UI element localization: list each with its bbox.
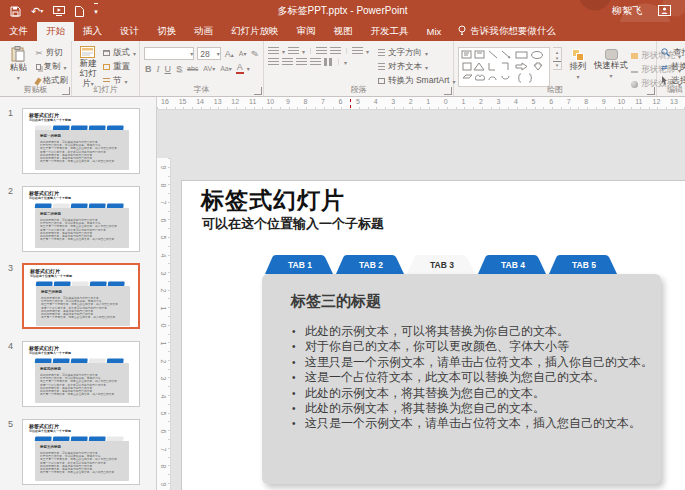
slide-thumbnail-1[interactable]: 标签式幻灯片 可以在这个位置输入一个子标题 标签一的标题 此处的示例文本，可以将… [22,108,140,174]
font-name-combobox[interactable]: ▾ [144,47,194,60]
font-color-button[interactable]: A [236,63,244,74]
paste-caret: ▾ [17,74,20,81]
ruler-number: 8 [299,98,311,105]
tab-content-bullet-list[interactable]: 此处的示例文本，可以将其替换为你自己的文本。 对于你自己的文本，你可以更改颜色、… [292,324,647,432]
slide-tab-3-active[interactable]: TAB 3 [407,255,475,274]
strikethrough-button[interactable]: abc [186,65,199,72]
change-case-button[interactable]: Aa▾ [219,65,233,72]
bullet-item[interactable]: 此处的示例文本，将其替换为您自己的文本。 [292,386,647,401]
layout-button[interactable]: 版式▾ [103,47,136,59]
bullet-item[interactable]: 对于你自己的文本，你可以更改颜色、字体大小等 [292,339,647,354]
tab-developer[interactable]: 开发工具 [362,22,418,41]
slide-thumbnail-3-selected[interactable]: 标签式幻灯片 可以在这个位置输入一个子标题 标签三的标题 此处的示例文本，可以将… [22,263,140,329]
main-area: 1 标签式幻灯片 可以在这个位置输入一个子标题 标签一的标题 此处的示例文本，可… [0,97,685,490]
ruler-number: 7 [160,444,167,454]
cut-button[interactable]: ✂剪切 [36,47,69,59]
decrease-indent-icon[interactable] [316,47,327,55]
bold-button[interactable]: B [144,64,153,74]
slide-tab-1[interactable]: TAB 1 [265,255,333,274]
slide-tab-2[interactable]: TAB 2 [336,255,404,274]
bullet-item[interactable]: 这里只是一个示例文本，请单击占位符文本，插入你自己的文本。 [292,355,647,370]
user-name[interactable]: 柳絮飞 [612,4,642,18]
ruler-number: 2 [160,286,167,296]
tab-content-heading[interactable]: 标签三的标题 [291,292,381,311]
align-right-icon[interactable] [296,58,307,66]
slide-tab-4[interactable]: TAB 4 [478,255,546,274]
vertical-ruler[interactable]: 9876543210123456789 [157,158,171,490]
paragraph-dialog-launcher-icon[interactable] [444,87,452,95]
ruler-number: 9 [598,98,610,105]
tab-home[interactable]: 开始 [37,22,74,41]
bullet-item[interactable]: 此处的示例文本，将其替换为您自己的文本。 [292,401,647,416]
clipboard-icon [11,46,25,62]
align-center-icon[interactable] [282,58,293,66]
slide-title[interactable]: 标签式幻灯片 [201,185,345,216]
new-file-icon[interactable] [75,3,84,19]
slide-thumbnail-2[interactable]: 标签式幻灯片 可以在这个位置输入一个子标题 标签二的标题 此处的示例文本，可以将… [22,186,140,252]
new-slide-button[interactable]: 新建幻灯片▾ [76,44,100,85]
tab-file[interactable]: 文件 [0,22,37,41]
tab-transitions[interactable]: 切换 [148,22,185,41]
shapes-gallery-scroll[interactable]: ▴▾▾ [553,47,562,70]
paste-button[interactable]: 粘贴 ▾ [4,44,33,85]
qat-customize-icon[interactable]: ▾ [94,3,98,19]
numbering-button[interactable]: ▾ [288,47,305,55]
slide-number: 2 [8,186,20,196]
ruler-number: 3 [160,268,167,278]
increase-indent-icon[interactable] [330,47,341,55]
find-button[interactable]: 查找 [661,47,685,59]
font-size-input[interactable] [198,48,216,59]
tab-insert[interactable]: 插入 [74,22,111,41]
arrange-icon [572,49,585,61]
grow-font-button[interactable]: A▴ [224,49,235,59]
drawing-dialog-launcher-icon[interactable] [647,87,655,95]
horizontal-ruler[interactable]: 1615141312111098765432101234567891011121… [157,97,685,110]
quick-styles-button[interactable]: 快速样式 ▾ [594,47,628,79]
clear-formatting-icon[interactable]: ✎ [249,47,261,59]
tab-slideshow[interactable]: 幻灯片放映 [222,22,288,41]
tab-design[interactable]: 设计 [111,22,148,41]
tab-mix[interactable]: Mix [418,22,451,41]
slide-canvas[interactable]: 标签式幻灯片 可以在这个位置输入一个子标题 TAB 1 TAB 2 TAB 3 [181,180,685,490]
slide-subtitle[interactable]: 可以在这个位置输入一个子标题 [202,215,384,233]
tab-view[interactable]: 视图 [325,22,362,41]
share-icon[interactable] [658,5,671,18]
copy-button[interactable]: 复制▾ [36,61,69,73]
slide-thumbnail-5[interactable]: 标签式幻灯片 可以在这个位置输入一个子标题 标签五的标题 此处的示例文本，可以将… [22,419,140,485]
slide-tab-5[interactable]: TAB 5 [549,255,617,274]
ruler-number: 9 [160,163,167,173]
slide-number: 1 [8,108,20,118]
save-icon[interactable] [10,3,21,19]
shrink-font-button[interactable]: A▾ [238,50,248,57]
underline-button[interactable]: U [164,64,173,74]
tab-animations[interactable]: 动画 [185,22,222,41]
italic-button[interactable]: I [156,64,161,74]
slide-thumbnail-4[interactable]: 标签式幻灯片 可以在这个位置输入一个子标题 标签四的标题 此处的示例文本，可以将… [22,341,140,407]
justify-icon[interactable] [310,58,321,66]
undo-icon[interactable]: ↶▾ [31,3,43,19]
text-direction-button[interactable]: 文字方向▾ [378,47,455,59]
bullet-item[interactable]: 此处的示例文本，可以将其替换为你自己的文本。 [292,324,647,339]
tell-me-box[interactable]: 告诉我你想要做什么 [450,22,564,41]
character-spacing-button[interactable]: AV▾ [202,65,216,72]
bullet-item[interactable]: 这是一个占位符文本，此文本可以替换为您自己的文本。 [292,370,647,385]
columns-icon[interactable] [324,58,333,66]
tab-content-panel[interactable]: 标签三的标题 此处的示例文本，可以将其替换为你自己的文本。 对于你自己的文本，你… [262,274,661,484]
line-spacing-button[interactable]: ▾ [352,47,369,55]
quick-styles-icon [605,49,618,60]
bullet-item[interactable]: 这只是一个示例文本，请单击占位符文本，插入您自己的文本。 [292,416,647,431]
reset-button[interactable]: 重置 [103,61,136,73]
replace-button[interactable]: ⇄ 替换 [661,61,685,73]
shapes-gallery[interactable] [458,47,550,87]
font-dialog-launcher-icon[interactable] [254,87,262,95]
font-name-input[interactable] [145,48,190,59]
arrange-button[interactable]: 排列 ▾ [565,47,591,80]
start-slideshow-icon[interactable] [53,3,65,19]
tab-review[interactable]: 审阅 [288,22,325,41]
bullets-button[interactable]: ▾ [268,47,285,55]
font-size-combobox[interactable]: ▾ [197,47,220,60]
text-shadow-button[interactable]: S [175,64,183,74]
clipboard-dialog-launcher-icon[interactable] [62,87,70,95]
align-text-button[interactable]: 对齐文本▾ [378,61,455,73]
align-left-icon[interactable] [268,58,279,66]
